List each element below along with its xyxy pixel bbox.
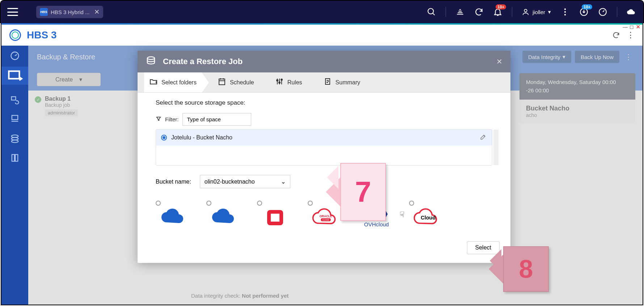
storage-icon[interactable] bbox=[10, 114, 20, 124]
radio-icon[interactable] bbox=[257, 201, 262, 206]
filter-label: Filter: bbox=[165, 116, 179, 122]
os-top-bar: HBS HBS 3 Hybrid ... ✕ 10+ jioller ▾ 10+ bbox=[0, 0, 644, 23]
cloud-provider-generic[interactable]: Cloud bbox=[409, 201, 445, 227]
svg-point-0 bbox=[428, 8, 433, 14]
annotation-number: 8 bbox=[503, 246, 549, 292]
step-label: Rules bbox=[287, 79, 302, 86]
modal-title: Create a Restore Job bbox=[163, 57, 243, 66]
svg-point-17 bbox=[147, 57, 155, 60]
app-logo-icon bbox=[9, 29, 21, 41]
svg-rect-16 bbox=[15, 155, 18, 162]
notification-badge: 10+ bbox=[496, 4, 506, 9]
tab-app-icon: HBS bbox=[40, 8, 48, 16]
bucket-label: Bucket name: bbox=[156, 179, 191, 185]
close-window-icon[interactable]: ✕ bbox=[635, 24, 641, 30]
search-icon[interactable] bbox=[427, 7, 436, 17]
cloud-provider-openstack[interactable] bbox=[257, 201, 293, 227]
step-label: Select folders bbox=[161, 79, 197, 86]
source-list: Jotelulu - Bucket Nacho bbox=[156, 129, 492, 165]
cloud-provider-onedrive-business[interactable] bbox=[206, 201, 243, 227]
tab-title: HBS 3 Hybrid ... bbox=[51, 9, 90, 15]
modal-prompt: Select the source storage space: bbox=[156, 99, 492, 106]
annotation-8: 8 bbox=[489, 246, 549, 292]
step-label: Schedule bbox=[230, 79, 254, 86]
svg-rect-9 bbox=[9, 71, 19, 79]
svg-point-2 bbox=[524, 9, 527, 12]
restore-icon bbox=[146, 55, 156, 68]
gauge-icon[interactable] bbox=[598, 7, 607, 17]
radio-icon[interactable] bbox=[409, 201, 414, 206]
wizard-step-schedule[interactable]: Schedule bbox=[212, 77, 259, 88]
bell-icon[interactable]: 10+ bbox=[493, 7, 502, 17]
user-menu[interactable]: jioller ▾ bbox=[522, 8, 551, 16]
svg-line-1 bbox=[433, 13, 434, 15]
chevron-down-icon: ▾ bbox=[548, 9, 551, 15]
wizard-step-summary[interactable]: Summary bbox=[318, 77, 365, 88]
sliders-icon bbox=[275, 77, 284, 88]
edit-icon[interactable] bbox=[480, 133, 487, 142]
svg-point-5 bbox=[564, 14, 566, 15]
username-label: jioller bbox=[533, 9, 545, 15]
calendar-icon bbox=[218, 77, 226, 88]
annotation-7: 7 bbox=[326, 163, 386, 221]
svg-rect-24 bbox=[271, 214, 279, 222]
more-vert-icon[interactable] bbox=[560, 7, 570, 17]
cloud-label: OVHcloud bbox=[364, 221, 389, 227]
download-icon[interactable]: 10+ bbox=[579, 7, 589, 17]
source-name: Jotelulu - Bucket Nacho bbox=[171, 134, 232, 141]
svg-point-4 bbox=[564, 11, 566, 13]
chevron-down-icon: ⌄ bbox=[281, 178, 286, 185]
step-label: Summary bbox=[336, 79, 360, 86]
scrollbar[interactable] bbox=[493, 130, 498, 165]
bucket-select[interactable]: olin02-bucketnacho ⌄ bbox=[200, 175, 290, 188]
maximize-icon[interactable]: ◻ bbox=[629, 24, 635, 30]
close-icon[interactable]: ✕ bbox=[496, 57, 502, 66]
clipboard-icon bbox=[323, 77, 332, 88]
svg-rect-11 bbox=[12, 116, 18, 120]
svg-rect-15 bbox=[12, 155, 14, 162]
close-icon[interactable]: ✕ bbox=[94, 8, 100, 16]
backup-restore-icon[interactable] bbox=[1, 67, 28, 85]
svg-point-20 bbox=[279, 82, 280, 83]
radio-icon[interactable] bbox=[308, 201, 313, 206]
annotation-number: 7 bbox=[340, 163, 386, 221]
minimize-icon[interactable]: — bbox=[622, 24, 628, 30]
sync-icon[interactable] bbox=[474, 7, 484, 17]
svg-rect-22 bbox=[325, 79, 330, 84]
window-tab[interactable]: HBS HBS 3 Hybrid ... ✕ bbox=[36, 6, 103, 18]
bucket-value: olin02-bucketnacho bbox=[205, 179, 255, 185]
cursor-icon: ☟ bbox=[400, 210, 404, 219]
docs-icon[interactable] bbox=[10, 153, 20, 163]
svg-point-14 bbox=[12, 140, 18, 143]
radio-icon[interactable] bbox=[206, 201, 211, 206]
filter-icon bbox=[156, 116, 161, 123]
sync-jobs-icon[interactable] bbox=[10, 94, 20, 104]
stack-icon[interactable] bbox=[455, 7, 465, 17]
app-title: HBS 3 bbox=[27, 29, 56, 41]
svg-rect-10 bbox=[12, 97, 16, 100]
source-item[interactable]: Jotelulu - Bucket Nacho bbox=[156, 130, 492, 146]
dashboard-icon[interactable] bbox=[10, 51, 20, 61]
svg-point-21 bbox=[281, 79, 282, 80]
wizard-step-select-folders[interactable]: Select folders bbox=[144, 72, 202, 92]
svg-text:Cloud: Cloud bbox=[421, 215, 435, 221]
sidebar bbox=[1, 46, 28, 305]
restore-job-modal: Create a Restore Job ✕ Select folders Sc… bbox=[138, 51, 510, 263]
svg-rect-18 bbox=[219, 79, 225, 85]
svg-point-3 bbox=[564, 8, 566, 10]
cloud-provider-onedrive[interactable] bbox=[156, 201, 192, 227]
radio-icon[interactable] bbox=[156, 201, 161, 206]
download-badge: 10+ bbox=[582, 4, 592, 9]
cloud-icon[interactable] bbox=[627, 7, 636, 17]
hamburger-icon[interactable] bbox=[7, 8, 18, 16]
radio-selected-icon[interactable] bbox=[161, 135, 167, 141]
services-icon[interactable] bbox=[10, 133, 20, 143]
app-header: HBS 3 ⋮ bbox=[1, 25, 643, 46]
wizard-step-rules[interactable]: Rules bbox=[270, 77, 307, 88]
refresh-icon[interactable] bbox=[612, 31, 620, 39]
folder-icon bbox=[149, 77, 158, 88]
filter-select[interactable]: Type of space bbox=[182, 113, 251, 126]
svg-point-19 bbox=[277, 80, 278, 81]
more-vert-icon[interactable]: ⋮ bbox=[627, 30, 635, 40]
